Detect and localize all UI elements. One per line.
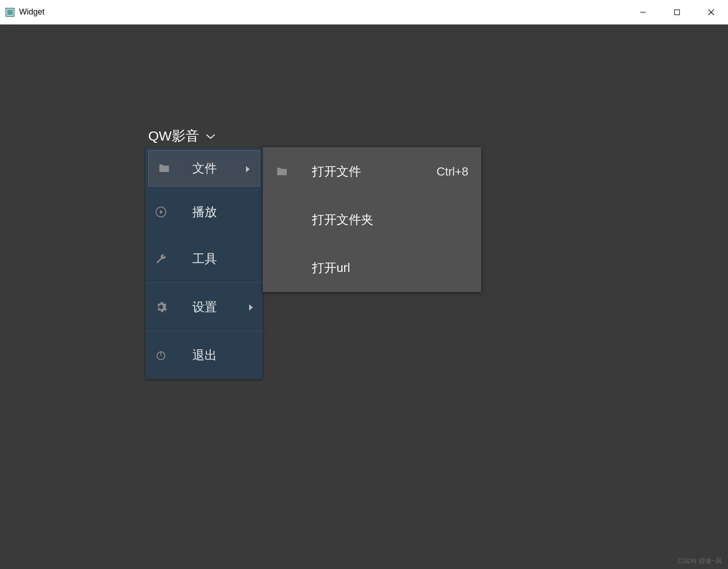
submenu-item-open-url[interactable]: 打开url <box>263 244 481 292</box>
watermark: CSDN @凌~风 <box>678 557 723 565</box>
submenu-label: 打开url <box>298 260 468 276</box>
menu-label: 工具 <box>169 251 249 267</box>
menu-label: 退出 <box>169 347 249 363</box>
menu-item-file[interactable]: 文件 <box>148 150 260 186</box>
svg-rect-1 <box>7 9 13 15</box>
svg-marker-8 <box>160 210 163 214</box>
brand-dropdown[interactable]: QW影音 <box>148 127 216 146</box>
main-menu: 文件 播放 工具 设置 <box>146 147 263 379</box>
menu-item-exit[interactable]: 退出 <box>146 331 263 379</box>
menu-label: 设置 <box>169 299 249 315</box>
menu-item-tools[interactable]: 工具 <box>146 235 263 282</box>
chevron-down-icon <box>206 134 216 139</box>
submenu-file: 打开文件 Ctrl+8 打开文件夹 打开url <box>263 147 481 292</box>
folder-icon <box>156 162 172 175</box>
menu-label: 文件 <box>172 160 246 176</box>
submenu-label: 打开文件夹 <box>298 211 468 228</box>
submenu-item-open-file[interactable]: 打开文件 Ctrl+8 <box>263 147 481 196</box>
maximize-button[interactable] <box>660 0 694 24</box>
svg-rect-3 <box>674 10 679 15</box>
menu-item-settings[interactable]: 设置 <box>146 283 263 331</box>
play-icon <box>153 206 169 218</box>
menu-label: 播放 <box>169 204 249 220</box>
submenu-item-open-folder[interactable]: 打开文件夹 <box>263 196 481 244</box>
window-titlebar: Widget <box>0 0 728 25</box>
app-body: QW影音 文件 播放 工具 <box>0 25 728 569</box>
chevron-right-icon <box>249 300 256 314</box>
app-icon <box>5 7 15 18</box>
window-controls <box>626 0 728 24</box>
wrench-icon <box>153 253 169 265</box>
folder-icon <box>276 165 298 178</box>
submenu-shortcut: Ctrl+8 <box>437 165 468 179</box>
minimize-button[interactable] <box>626 0 660 24</box>
svg-marker-6 <box>246 166 250 172</box>
close-button[interactable] <box>694 0 728 24</box>
menu-item-play[interactable]: 播放 <box>146 189 263 235</box>
chevron-right-icon <box>246 161 252 176</box>
window-title: Widget <box>19 7 626 17</box>
brand-label: QW影音 <box>148 127 199 146</box>
gear-icon <box>153 301 169 313</box>
submenu-label: 打开文件 <box>298 163 437 180</box>
power-icon <box>153 349 169 361</box>
svg-marker-9 <box>249 304 253 311</box>
